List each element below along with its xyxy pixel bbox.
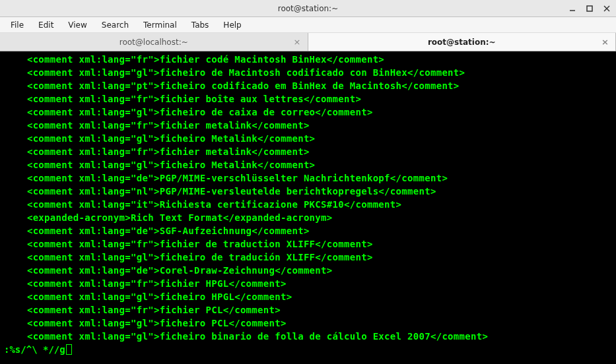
terminal-output[interactable]: <comment xml:lang="fr">fichier codé Maci… xyxy=(0,51,616,364)
tab-close-icon[interactable]: × xyxy=(294,37,301,47)
terminal-line: <comment xml:lang="it">Richiesta certifi… xyxy=(4,198,612,211)
menu-edit[interactable]: Edit xyxy=(32,18,60,32)
minimize-icon[interactable] xyxy=(567,3,578,14)
window-controls xyxy=(567,3,612,14)
svg-rect-1 xyxy=(587,6,592,11)
terminal-line: <comment xml:lang="gl">ficheiro HPGL</co… xyxy=(4,290,612,303)
terminal-line: <comment xml:lang="de">PGP/MIME-verschlü… xyxy=(4,171,612,185)
terminal-line: <comment xml:lang="de">Corel-Draw-Zeichn… xyxy=(4,264,612,277)
maximize-icon[interactable] xyxy=(584,3,595,14)
tab-label: root@station:~ xyxy=(428,38,496,47)
cursor xyxy=(66,344,72,355)
terminal-line: <comment xml:lang="gl">ficheiro de caixa… xyxy=(4,106,612,119)
terminal-line: <comment xml:lang="nl">PGP/MIME-versleut… xyxy=(4,185,612,198)
terminal-line: <comment xml:lang="gl">ficheiro binario … xyxy=(4,330,612,343)
menu-tabs[interactable]: Tabs xyxy=(185,18,216,32)
terminal-line: <comment xml:lang="pt">ficheiro codifica… xyxy=(4,79,612,92)
close-icon[interactable] xyxy=(601,3,612,14)
terminal-window: root@station:~ File Edit View Search Ter… xyxy=(0,0,616,364)
menu-terminal[interactable]: Terminal xyxy=(137,18,184,32)
terminal-line: <comment xml:lang="gl">ficheiro Metalink… xyxy=(4,132,612,145)
terminal-line: <comment xml:lang="fr">fichier PCL</comm… xyxy=(4,303,612,317)
terminal-line: <comment xml:lang="fr">fichier metalink<… xyxy=(4,145,612,158)
terminal-line: <comment xml:lang="gl">ficheiro PCL</com… xyxy=(4,317,612,330)
menu-view[interactable]: View xyxy=(61,18,93,32)
menu-help[interactable]: Help xyxy=(217,18,248,32)
terminal-line: <comment xml:lang="gl">ficheiro de tradu… xyxy=(4,251,612,264)
terminal-line: <comment xml:lang="de">SGF-Aufzeichnung<… xyxy=(4,224,612,237)
terminal-line: <comment xml:lang="fr">fichier de traduc… xyxy=(4,237,612,251)
tab-close-icon[interactable]: × xyxy=(601,37,609,47)
tab-label: root@localhost:~ xyxy=(120,38,188,47)
terminal-line: <comment xml:lang="gl">ficheiro de Macin… xyxy=(4,66,612,79)
vim-command-line[interactable]: :%s/^\ *//g xyxy=(4,343,612,356)
tab-station[interactable]: root@station:~ × xyxy=(308,33,617,51)
menu-search[interactable]: Search xyxy=(95,18,135,32)
terminal-line: <comment xml:lang="fr">fichier codé Maci… xyxy=(4,53,612,66)
menu-file[interactable]: File xyxy=(4,18,30,32)
window-title: root@station:~ xyxy=(0,4,616,13)
terminal-line: <comment xml:lang="fr">fichier metalink<… xyxy=(4,119,612,132)
terminal-line: <comment xml:lang="fr">fichier HPGL</com… xyxy=(4,277,612,290)
tab-localhost[interactable]: root@localhost:~ × xyxy=(0,33,308,51)
tabbar: root@localhost:~ × root@station:~ × xyxy=(0,33,616,51)
terminal-line: <comment xml:lang="gl">ficheiro Metalink… xyxy=(4,158,612,171)
titlebar: root@station:~ xyxy=(0,0,616,17)
terminal-line: <comment xml:lang="fr">fichier boîte aux… xyxy=(4,92,612,106)
terminal-line: <expanded-acronym>Rich Text Format</expa… xyxy=(4,211,612,224)
menubar: File Edit View Search Terminal Tabs Help xyxy=(0,17,616,33)
command-text: :%s/^\ *//g xyxy=(4,343,65,356)
